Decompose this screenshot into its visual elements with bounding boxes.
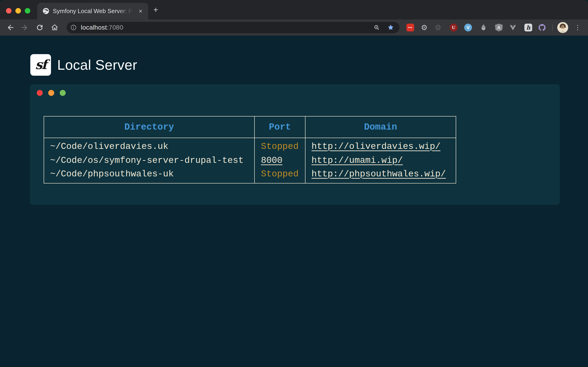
url-host: localhost (81, 24, 107, 31)
header-domain: Domain (305, 116, 456, 138)
macos-close-button[interactable] (6, 8, 11, 14)
toolbar-divider (552, 24, 553, 31)
extension-ublock-icon[interactable]: U (450, 24, 458, 31)
extension-vue-icon[interactable] (509, 24, 517, 31)
server-card: Directory Port Domain ~/Code/oliverdavie… (30, 84, 560, 205)
url-text: localhost:7080 (81, 22, 123, 33)
macos-minimize-button[interactable] (15, 8, 21, 14)
card-red-dot-icon (37, 90, 43, 96)
extension-drupal-icon[interactable] (480, 24, 487, 31)
symfony-sf-glyph: sf (35, 57, 46, 72)
extension-gear-light-icon[interactable]: ⚙ (420, 24, 428, 31)
back-icon[interactable] (6, 23, 15, 32)
extension-blue-v-icon[interactable]: V (464, 24, 472, 31)
page-title: Local Server (57, 57, 137, 73)
servers-table: Directory Port Domain ~/Code/oliverdavie… (44, 116, 456, 184)
extension-h-icon[interactable]: h (524, 24, 532, 31)
extension-gear-dark-icon[interactable]: ⚙ (434, 24, 442, 31)
tab-close-icon[interactable]: × (137, 7, 145, 15)
home-icon[interactable] (51, 23, 59, 32)
page-content: sf Local Server Directory Port Domain ~ (0, 35, 588, 367)
forward-icon[interactable] (20, 23, 28, 32)
table-header-row: Directory Port Domain (44, 116, 456, 138)
domain-link[interactable]: http://oliverdavies.wip/ (311, 142, 441, 152)
header-port: Port (254, 116, 305, 138)
table-row: ~/Code/oliverdavies.uk Stopped http://ol… (44, 138, 456, 153)
bookmark-star-icon[interactable] (387, 24, 394, 31)
globe-favicon-icon (42, 7, 50, 15)
extension-password-manager-icon[interactable]: ••• (406, 24, 414, 31)
extension-angular-icon[interactable]: A (495, 24, 503, 31)
profile-avatar[interactable] (557, 22, 568, 33)
port-status: Stopped (261, 169, 299, 179)
new-tab-button[interactable]: + (151, 6, 160, 15)
reload-icon[interactable] (36, 23, 44, 32)
url-port: :7080 (107, 24, 123, 31)
directory-cell: ~/Code/phpsouthwales-uk (44, 168, 254, 183)
header-directory: Directory (44, 116, 254, 138)
table-row: ~/Code/os/symfony-server-drupal-test 800… (44, 153, 456, 168)
browser-menu-icon[interactable]: ⋮ (574, 24, 582, 31)
browser-window: Symfony Local Web Server: Prox × + local… (0, 0, 588, 367)
site-info-icon[interactable] (70, 24, 77, 31)
symfony-logo: sf (30, 54, 51, 76)
port-status: Stopped (261, 142, 299, 152)
card-orange-dot-icon (48, 90, 54, 96)
directory-cell: ~/Code/os/symfony-server-drupal-test (44, 153, 254, 168)
browser-tab[interactable]: Symfony Local Web Server: Prox × (37, 3, 148, 19)
directory-cell: ~/Code/oliverdavies.uk (44, 138, 254, 153)
macos-zoom-button[interactable] (25, 8, 30, 14)
tab-title: Symfony Local Web Server: Prox (53, 3, 134, 19)
extension-github-octocat-icon[interactable] (538, 24, 546, 31)
domain-link[interactable]: http://phpsouthwales.wip/ (311, 169, 446, 179)
table-row: ~/Code/phpsouthwales-uk Stopped http://p… (44, 168, 456, 183)
browser-toolbar: localhost:7080 ••• ⚙ ⚙ U V (0, 19, 588, 35)
domain-link[interactable]: http://umami.wip/ (311, 156, 403, 166)
port-link[interactable]: 8000 (261, 156, 283, 166)
zoom-page-icon[interactable] (373, 24, 380, 31)
card-green-dot-icon (60, 90, 66, 96)
tab-bar: Symfony Local Web Server: Prox × + (0, 0, 588, 19)
address-bar[interactable]: localhost:7080 (67, 22, 399, 33)
